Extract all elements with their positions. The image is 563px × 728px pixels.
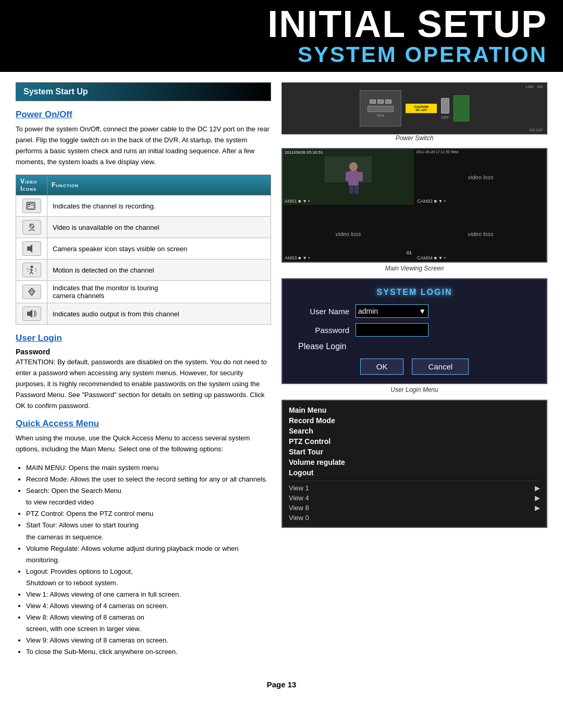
- list-item: View 1: Allows viewing of one camera in …: [26, 589, 271, 600]
- table-cell-record-fn: Indicates the channel is recording.: [47, 195, 271, 217]
- icon-cell-video-unavail: [16, 217, 47, 238]
- power-section-title: Power On/Off: [16, 109, 271, 120]
- left-column: System Start Up Power On/Off To power th…: [16, 82, 271, 658]
- dc12v-label: DC-12V: [530, 128, 543, 132]
- username-label: User Name: [293, 307, 356, 316]
- svg-rect-3: [28, 206, 30, 207]
- switch-controls: OFF: [441, 98, 449, 119]
- password-label: Password: [293, 326, 356, 335]
- table-row: Indicates that the monitor is touringcam…: [16, 281, 271, 303]
- cam2-label: CAM02 ■ ▼ •: [417, 199, 446, 204]
- please-login-text: Please Login: [293, 342, 536, 351]
- main-content: System Start Up Power On/Off To power th…: [0, 72, 563, 668]
- header-text-block: INITIAL SETUP SYSTEM OPERATION: [267, 5, 547, 67]
- list-item: View 9: Allows viewing of 8 cameras on s…: [26, 635, 271, 646]
- system-start-up-bar: System Start Up: [16, 82, 271, 101]
- table-cell-tour-fn: Indicates that the monitor is touringcam…: [47, 281, 271, 303]
- qa-menu-view4: View 4▶: [289, 493, 540, 503]
- list-item: MAIN MENU: Opens the main system menu: [26, 462, 271, 474]
- power-switch-image: LAN ON VGA CAUTIONDC 12V OFF DC-12V: [282, 82, 547, 134]
- svg-rect-4: [31, 204, 33, 204]
- table-cell-audio-fn: Indicates audio output is from this chan…: [47, 303, 271, 325]
- svg-line-12: [30, 272, 31, 274]
- login-buttons-row: OK Cancel: [293, 359, 536, 375]
- hw-lan-label: LAN ON: [526, 85, 543, 89]
- qa-menu-main-menu: Main Menu: [289, 405, 540, 415]
- cam3-label: AM03 ■ ▼ •: [285, 255, 310, 261]
- list-item: View 4: Allows viewing of 4 cameras on s…: [26, 600, 271, 612]
- system-login-title: SYSTEM LOGIN: [293, 288, 536, 297]
- list-item: PTZ Control: Opens the PTZ control menu: [26, 508, 271, 520]
- user-login-menu-caption: User Login Menu: [282, 386, 547, 393]
- cam3-indicator: 01: [407, 250, 412, 255]
- quick-access-title: Quick Access Menu: [16, 418, 271, 429]
- cam1-timestamp: 2011/09/28 05:16:51: [285, 150, 323, 155]
- qa-menu-start-tour: Start Tour: [289, 447, 540, 457]
- svg-marker-16: [27, 310, 32, 318]
- icon-cell-audio: [16, 303, 47, 325]
- svg-rect-24: [354, 186, 359, 194]
- header-subtitle: SYSTEM OPERATION: [267, 43, 547, 67]
- tour-icon: [22, 285, 41, 299]
- cam2-cell: 2011-09-28 17:11:53 Wed video loss CAM02…: [415, 149, 546, 205]
- dropdown-arrow-icon: ▼: [419, 307, 426, 315]
- cam3-video-loss: video loss: [336, 231, 361, 237]
- header-title: INITIAL SETUP: [267, 5, 547, 43]
- svg-rect-18: [325, 182, 372, 198]
- qa-menu-record-mode: Record Mode: [289, 415, 540, 426]
- video-unavailable-icon: [22, 220, 41, 235]
- cam4-cell: video loss CAM04 ■ ▼ •: [415, 206, 546, 262]
- svg-rect-21: [346, 172, 351, 181]
- svg-marker-8: [27, 244, 32, 253]
- record-icon: [22, 199, 41, 213]
- power-switch-caption: Power Switch: [282, 134, 547, 142]
- right-column: LAN ON VGA CAUTIONDC 12V OFF DC-12V Powe…: [282, 82, 547, 658]
- user-login-body: ATTENTION: By default, passwords are dis…: [16, 357, 271, 411]
- page-header: INITIAL SETUP SYSTEM OPERATION: [0, 0, 563, 72]
- qa-menu-ptz: PTZ Control: [289, 436, 540, 447]
- system-login-box: SYSTEM LOGIN User Name admin ▼ Password …: [282, 278, 547, 384]
- username-value: admin: [358, 307, 378, 315]
- svg-rect-22: [359, 172, 363, 181]
- quick-access-list: MAIN MENU: Opens the main system menu Re…: [16, 462, 271, 658]
- table-col1-header: Video Icons: [16, 175, 47, 195]
- motion-icon: [22, 263, 41, 277]
- cam2-video-loss: video loss: [468, 174, 494, 180]
- cancel-button[interactable]: Cancel: [412, 359, 469, 375]
- svg-rect-23: [349, 186, 353, 194]
- hw-connectors-block: VGA: [360, 90, 401, 127]
- icon-cell-motion: [16, 260, 47, 281]
- list-item: Logout: Provides options to Logout,Shutd…: [26, 566, 271, 589]
- quick-access-body: When using the mouse, use the Quick Acce…: [16, 433, 271, 455]
- icon-cell-speaker: [16, 238, 47, 260]
- green-power-block: [454, 95, 469, 121]
- main-viewing-caption: Main Viewing Screen: [282, 265, 547, 272]
- page-footer: Page 13: [0, 674, 563, 695]
- table-cell-video-unavail-fn: Video is unavailable on the channel: [47, 217, 271, 238]
- qa-menu-view8: View 8▶: [289, 503, 540, 513]
- list-item: Volume Regulate: Allows volume adjust du…: [26, 543, 271, 566]
- qa-menu-volume: Volume regulate: [289, 457, 540, 467]
- cam1-person-svg: [325, 156, 372, 198]
- cam4-video-loss: video loss: [468, 231, 494, 237]
- list-item: To close the Sub-Menu, click anywhere on…: [26, 646, 271, 658]
- speaker-icon: [22, 241, 41, 256]
- svg-line-13: [31, 272, 33, 274]
- caution-label: CAUTIONDC 12V: [406, 104, 437, 113]
- table-col2-header: Function: [47, 175, 271, 195]
- icon-cell-tour: [16, 281, 47, 303]
- cam1-label: AM01 ■ ▼ •: [285, 199, 310, 204]
- table-row: Motion is detected on the channel: [16, 260, 271, 281]
- password-input[interactable]: [356, 323, 429, 337]
- qa-menu-logout: Logout: [289, 467, 540, 478]
- cam2-timestamp: 2011-09-28 17:11:53 Wed: [416, 150, 458, 154]
- section-bar-label: System Start Up: [23, 87, 88, 96]
- ok-button[interactable]: OK: [360, 359, 404, 375]
- table-cell-speaker-fn: Camera speaker icon stays visible on scr…: [47, 238, 271, 260]
- main-viewing-screen: 2011/09/28 05:16:51 AM01 ■ ▼ • 2011: [282, 148, 547, 263]
- username-dropdown[interactable]: admin ▼: [356, 304, 429, 318]
- qa-menu-search: Search: [289, 426, 540, 436]
- cam3-cell: video loss 01 AM03 ■ ▼ •: [283, 206, 414, 262]
- table-row: Camera speaker icon stays visible on scr…: [16, 238, 271, 260]
- password-row: Password: [293, 323, 536, 337]
